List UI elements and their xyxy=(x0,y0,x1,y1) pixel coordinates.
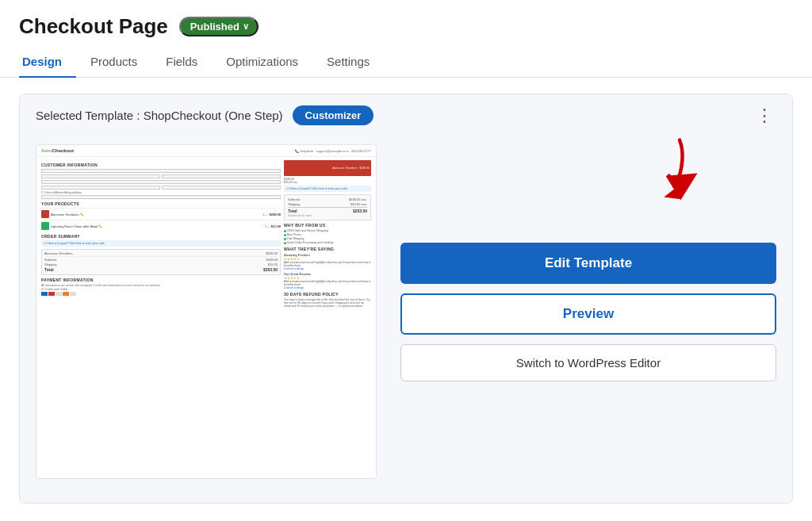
card-icon-visa xyxy=(41,292,48,296)
product-2-name: Lightning Razer Clean after Mask ✏️ xyxy=(51,224,262,228)
tabs-bar: Design Products Fields Optimizations Set… xyxy=(0,47,812,78)
product-1-qty: - 1 + xyxy=(261,213,267,216)
preview-check-1: 100% Safe and Secure Shopping xyxy=(284,229,371,232)
tab-settings[interactable]: Settings xyxy=(312,47,384,78)
card-icon-other xyxy=(70,292,76,296)
product-1-price: $238.00 xyxy=(270,213,281,216)
template-card: Selected Template : ShopCheckout (One St… xyxy=(19,94,793,504)
published-label: Published xyxy=(190,21,239,33)
preview-check-2: Best Prices xyxy=(284,233,371,236)
product-1-name: Awesome Sneakers ✏️ xyxy=(51,213,259,216)
preview-testimonials: WHAT THEY'RE SAYING xyxy=(284,247,371,251)
tab-fields[interactable]: Fields xyxy=(151,47,212,78)
tab-optimizations[interactable]: Optimizations xyxy=(212,47,312,78)
more-options-icon[interactable]: ⋮ xyxy=(753,107,776,125)
preview-section-customer: CUSTOMER INFORMATION xyxy=(41,163,281,167)
preview-section-summary: ORDER SUMMARY xyxy=(41,234,281,239)
preview-refund-text: You have to have enough risk in life, th… xyxy=(284,298,371,308)
preview-check-3: Fast Shipping xyxy=(284,237,371,240)
preview-right-coupon: 🏷 Have a Coupon? Click here to enter you… xyxy=(284,186,371,192)
template-body: AeroCheckout 📞 Helpdesk support@example.… xyxy=(20,136,792,503)
preview-right: Awesome Sneakers $238.00 $238.00$15.00 e… xyxy=(284,160,371,308)
product-2-price: $17.00 xyxy=(271,224,281,228)
template-card-header: Selected Template : ShopCheckout (One St… xyxy=(20,94,792,136)
preview-order-summary-box: Awesome Sneakers$238.00 Subtotal$238.00 … xyxy=(41,249,281,275)
preview-section-products: YOUR PRODUCTS xyxy=(41,201,281,206)
preview-why-buy: WHY BUY FROM US xyxy=(284,223,371,228)
preview-button[interactable]: Preview xyxy=(400,293,776,335)
card-icon-discover xyxy=(63,292,69,296)
preview-section-payment: PAYMENT INFORMATION xyxy=(41,278,281,282)
preview-contact: 📞 Helpdesk support@example.com 444-948-2… xyxy=(295,149,371,153)
preview-card-icons xyxy=(41,292,281,296)
card-icon-amex xyxy=(56,292,62,296)
tab-products[interactable]: Products xyxy=(76,47,151,78)
published-badge[interactable]: Published ∨ xyxy=(179,17,259,36)
wordpress-editor-button[interactable]: Switch to WordPress Editor xyxy=(400,344,776,381)
selected-template-label: Selected Template : ShopCheckout (One St… xyxy=(36,109,283,122)
product-2-img xyxy=(41,222,49,230)
preview-product-1: Awesome Sneakers ✏️ - 1 + $238.00 xyxy=(41,208,281,220)
preview-refund: 30 DAYS REFUND POLICY xyxy=(284,292,371,297)
page-title: Checkout Page xyxy=(19,14,168,39)
checkout-preview-inner: AeroCheckout 📞 Helpdesk support@example.… xyxy=(36,145,376,478)
svg-marker-1 xyxy=(664,188,681,199)
template-actions: Edit Template Preview Switch to WordPres… xyxy=(400,144,776,479)
product-1-img xyxy=(41,210,49,218)
edit-template-button[interactable]: Edit Template xyxy=(400,243,776,284)
main-content: Selected Template : ShopCheckout (One St… xyxy=(0,78,812,519)
template-preview: AeroCheckout 📞 Helpdesk support@example.… xyxy=(36,144,377,479)
chevron-down-icon: ∨ xyxy=(243,21,249,32)
tab-design[interactable]: Design xyxy=(19,47,76,78)
preview-testimonial-2: Got Great Results ★★★★★ Add a testimonia… xyxy=(284,272,371,289)
preview-left: CUSTOMER INFORMATION ☐ Use a xyxy=(41,160,281,308)
preview-testimonial-1: Amazing Product ★★★★★ Add a testimonial … xyxy=(284,253,371,270)
product-2-qty: - 1 + xyxy=(263,224,270,228)
preview-logo: AeroCheckout xyxy=(41,148,74,153)
preview-inner-header: AeroCheckout 📞 Helpdesk support@example.… xyxy=(36,145,376,157)
card-icon-mc xyxy=(48,292,55,296)
preview-right-total: Subtotal$238.00 exc. Shipping$15.00 exc.… xyxy=(284,194,371,220)
preview-check-4: Quick Order Processing and Tracking xyxy=(284,241,371,244)
template-label-group: Selected Template : ShopCheckout (One St… xyxy=(36,105,373,125)
preview-main: CUSTOMER INFORMATION ☐ Use a xyxy=(36,157,376,311)
page-header: Checkout Page Published ∨ xyxy=(0,0,812,47)
preview-product-2: Lightning Razer Clean after Mask ✏️ - 1 … xyxy=(41,220,281,232)
customizer-button[interactable]: Customizer xyxy=(293,105,374,125)
preview-coupon-bar: 🏷 Have a Coupon? Click here to enter you… xyxy=(41,240,281,247)
red-arrow-icon xyxy=(634,136,697,208)
